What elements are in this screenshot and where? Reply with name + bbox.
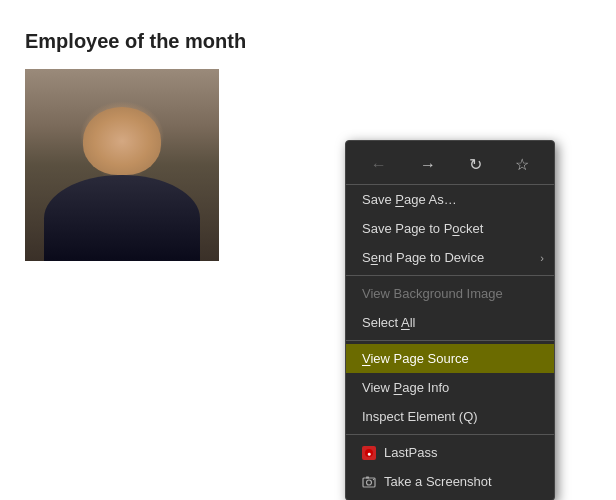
- lastpass-icon: ●: [362, 446, 376, 460]
- camera-icon: [362, 475, 376, 489]
- reload-icon[interactable]: ↻: [463, 151, 488, 178]
- menu-item-label: View Page Source: [362, 351, 469, 366]
- back-icon[interactable]: ←: [365, 152, 393, 178]
- menu-separator-3: [346, 434, 554, 435]
- menu-item-label: View Background Image: [362, 286, 503, 301]
- page-title: Employee of the month: [25, 30, 591, 53]
- menu-item-select-all[interactable]: Select All: [346, 308, 554, 337]
- menu-item-save-page-as[interactable]: Save Page As…: [346, 185, 554, 214]
- svg-text:●: ●: [367, 450, 371, 457]
- menu-item-send-page-to-device[interactable]: Send Page to Device ›: [346, 243, 554, 272]
- menu-item-view-page-source[interactable]: View Page Source: [346, 344, 554, 373]
- menu-separator-2: [346, 340, 554, 341]
- menu-item-view-page-info[interactable]: View Page Info: [346, 373, 554, 402]
- menu-item-label: Select All: [362, 315, 415, 330]
- menu-item-lastpass[interactable]: ● LastPass: [346, 438, 554, 467]
- photo-background: [25, 69, 219, 261]
- menu-item-label: Take a Screenshot: [384, 474, 492, 489]
- menu-item-inspect-element[interactable]: Inspect Element (Q): [346, 402, 554, 431]
- employee-photo: [25, 69, 219, 261]
- forward-icon[interactable]: →: [414, 152, 442, 178]
- submenu-arrow-icon: ›: [540, 252, 544, 264]
- svg-point-5: [373, 478, 374, 479]
- menu-item-view-background-image: View Background Image: [346, 279, 554, 308]
- svg-rect-4: [366, 476, 369, 478]
- context-menu: ← → ↻ ☆ Save Page As… Save Page to Pocke…: [345, 140, 555, 500]
- menu-item-label: Inspect Element (Q): [362, 409, 478, 424]
- menu-item-take-screenshot[interactable]: Take a Screenshot: [346, 467, 554, 496]
- menu-item-label: LastPass: [384, 445, 437, 460]
- menu-item-label: Send Page to Device: [362, 250, 484, 265]
- menu-item-save-page-to-pocket[interactable]: Save Page to Pocket: [346, 214, 554, 243]
- menu-item-label: View Page Info: [362, 380, 449, 395]
- menu-item-label: Save Page As…: [362, 192, 457, 207]
- menu-item-label: Save Page to Pocket: [362, 221, 483, 236]
- bookmark-icon[interactable]: ☆: [509, 151, 535, 178]
- svg-point-3: [367, 480, 372, 485]
- menu-separator-1: [346, 275, 554, 276]
- context-menu-nav: ← → ↻ ☆: [346, 145, 554, 185]
